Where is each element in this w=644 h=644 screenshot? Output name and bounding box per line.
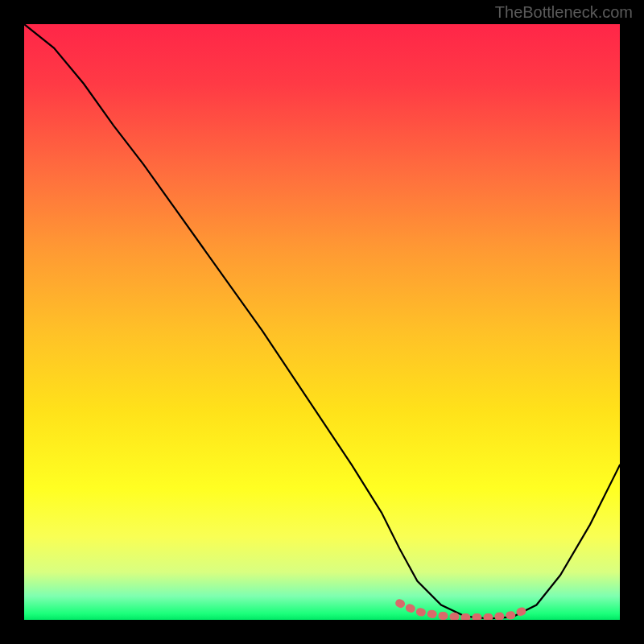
- bottleneck-curve: [24, 24, 620, 619]
- chart-curve-layer: [24, 24, 620, 620]
- optimal-range-highlight: [399, 603, 530, 617]
- watermark-text: TheBottleneck.com: [495, 3, 633, 22]
- chart-plot-area: [24, 24, 620, 620]
